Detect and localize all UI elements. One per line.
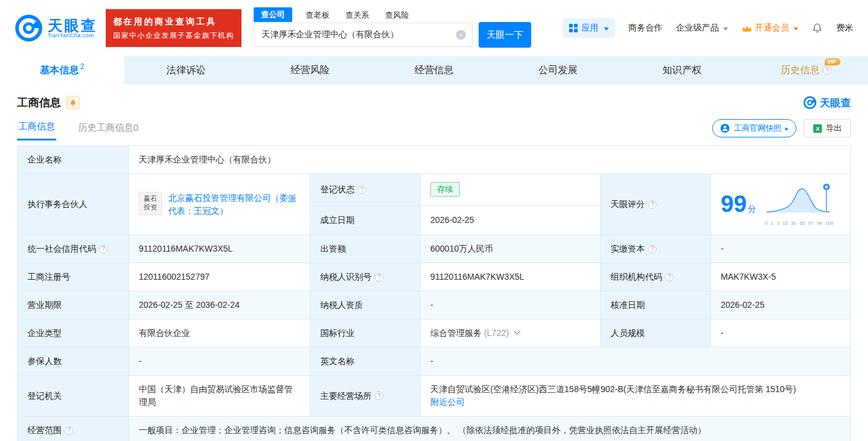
brand-domain: TianYanCha.com — [48, 33, 97, 38]
field-label-business-term: 营业期限 — [18, 291, 129, 319]
company-section-tabs: 基本信息 2 法律诉讼 经营风险 经营信息 公司发展 知识产权 历史信息 ? V… — [0, 56, 868, 84]
field-label-credit-code: 统一社会信用代码? — [18, 235, 129, 263]
field-label-english-name: 英文名称 — [311, 348, 421, 376]
subscribe-bell-icon[interactable] — [66, 96, 79, 109]
help-icon[interactable]: ? — [375, 392, 383, 400]
tab-operational-risk[interactable]: 经营风险 — [248, 56, 372, 84]
field-value-business-site: 天津自贸试验区(空港经济区)西三道158号5幢902-B(天津信至嘉商务秘书有限… — [421, 376, 851, 417]
tab-label: 公司发展 — [539, 64, 578, 77]
tab-business-info[interactable]: 经营信息 — [372, 56, 496, 84]
nav-cooperation[interactable]: 商务合作 — [628, 23, 663, 34]
tab-basic-info[interactable]: 基本信息 2 — [0, 56, 124, 84]
tab-company-development[interactable]: 公司发展 — [496, 56, 620, 84]
promo-banner: 都在用的商业查询工具 国家中小企业发展子基金旗下机构 — [106, 9, 241, 47]
grid-icon — [569, 24, 578, 32]
nearby-companies-link[interactable]: 附近公司 — [430, 397, 465, 407]
export-button[interactable]: X 导出 — [804, 119, 851, 137]
official-snapshot-button[interactable]: 工商官网快照 ▸ — [712, 119, 796, 137]
user-menu[interactable]: 费米 — [836, 23, 853, 34]
score-chart: 0131530659799100 — [765, 181, 833, 227]
search-tab-risk[interactable]: 查风险 — [383, 9, 411, 22]
field-label-business-scope: 经营范围? — [18, 417, 129, 441]
help-icon[interactable]: ? — [665, 273, 674, 282]
tab-label: 经营信息 — [414, 64, 454, 77]
notifications-bell-icon[interactable] — [812, 23, 823, 34]
partner-company-link[interactable]: 北京赢石投资管理有限公司（委派代表：王冠文） — [168, 192, 300, 217]
clear-search-icon[interactable]: × — [456, 30, 466, 40]
field-value-establish-date: 2026-02-25 — [421, 205, 601, 235]
help-icon[interactable]: ? — [99, 245, 108, 253]
subtab-business-info[interactable]: 工商信息 — [17, 116, 56, 140]
page-title: 工商信息 — [17, 95, 61, 110]
person-circle-icon — [720, 123, 730, 133]
field-label-paid-capital: 实缴资本? — [601, 235, 711, 263]
field-label-reg-authority: 登记机关 — [18, 376, 129, 417]
search-tab-company[interactable]: 查公司 — [254, 7, 292, 22]
field-label-reg-status: 登记状态? — [311, 174, 421, 206]
help-icon[interactable]: ? — [648, 245, 657, 253]
tab-history-info[interactable]: 历史信息 ? VIP — [744, 56, 868, 84]
crown-icon — [741, 24, 752, 32]
tab-intellectual-property[interactable]: 知识产权 — [620, 56, 744, 84]
section-header: 工商信息 天眼查 — [0, 84, 868, 114]
help-icon[interactable]: ? — [823, 66, 831, 75]
tianyancha-logo[interactable]: 天眼查 TianYanCha.com — [15, 14, 97, 42]
top-header: 天眼查 TianYanCha.com 都在用的商业查询工具 国家中小企业发展子基… — [0, 0, 868, 56]
table-row: 经营范围? 一般项目：企业管理；企业管理咨询；信息咨询服务（不含许可类信息咨询服… — [18, 417, 851, 441]
field-label-capital: 出资额 — [311, 235, 421, 263]
nav-enterprise-products[interactable]: 企业级产品 — [676, 23, 728, 34]
subtab-history-business-info[interactable]: 历史工商信息0 — [77, 117, 139, 140]
field-value-company-type: 有限合伙企业 — [129, 319, 311, 348]
search-button[interactable]: 天眼一下 — [479, 22, 531, 48]
table-row: 企业名称 天津厚禾企业管理中心（有限合伙） — [18, 146, 851, 174]
promo-line1: 都在用的商业查询工具 — [113, 15, 234, 29]
help-icon[interactable]: ? — [648, 200, 657, 209]
help-icon[interactable]: ? — [375, 273, 383, 282]
chevron-down-icon — [793, 27, 798, 31]
help-icon[interactable]: ? — [358, 185, 366, 194]
table-row: 企业类型 有限合伙企业 国标行业 综合管理服务 (L722) 人员规模 - — [18, 319, 851, 348]
brand-name: 天眼查 — [48, 18, 97, 33]
tab-legal-litigation[interactable]: 法律诉讼 — [124, 56, 248, 84]
field-value-approval-date: 2026-02-25 — [711, 291, 851, 319]
search-box: × — [254, 23, 473, 47]
search-tab-relation[interactable]: 查关系 — [343, 9, 372, 22]
business-site-address: 天津自贸试验区(空港经济区)西三道158号5幢902-B(天津信至嘉商务秘书有限… — [430, 383, 840, 396]
subtabs-row: 工商信息 历史工商信息0 工商官网快照 ▸ X 导出 — [0, 114, 868, 140]
field-label-managing-partner: 执行事务合伙人 — [18, 174, 129, 235]
excel-icon: X — [813, 124, 822, 133]
chevron-down-icon — [723, 27, 728, 31]
apps-menu[interactable]: 应用 — [563, 18, 615, 38]
field-value-industry: 综合管理服务 (L722) — [421, 319, 601, 348]
field-label-tyc-score: 天眼评分? — [601, 174, 711, 235]
table-row: 执行事务合伙人 赢石 投资 北京赢石投资管理有限公司（委派代表：王冠文） 登记状… — [18, 174, 851, 206]
field-label-reg-number: 工商注册号 — [18, 263, 129, 291]
field-label-establish-date: 成立日期 — [311, 205, 421, 235]
field-label-company-name: 企业名称 — [18, 146, 129, 174]
field-label-staff-size: 人员规模 — [601, 319, 711, 348]
tianyancha-logo-icon — [803, 96, 817, 109]
help-icon[interactable]: ? — [65, 426, 73, 435]
field-value-taxpayer-qualification: - — [421, 291, 601, 319]
table-row: 登记机关 中国（天津）自由贸易试验区市场监督管理局 主要经营场所? 天津自贸试验… — [18, 376, 851, 417]
field-label-taxpayer-id: 纳税人识别号? — [311, 263, 421, 291]
field-value-org-code: MAK7KW3X-5 — [711, 263, 851, 291]
search-tab-boss[interactable]: 查老板 — [303, 9, 332, 22]
field-value-insured-count: - — [129, 348, 311, 376]
promo-line2: 国家中小企业发展子基金旗下机构 — [113, 29, 234, 42]
score-curve-icon — [765, 181, 833, 216]
table-row: 工商注册号 120116002152797 纳税人识别号? 91120116MA… — [18, 263, 851, 291]
chevron-down-icon[interactable] — [513, 330, 521, 335]
field-label-insured-count: 参保人数 — [18, 348, 129, 376]
field-value-business-scope: 一般项目：企业管理；企业管理咨询；信息咨询服务（不含许可类信息咨询服务）。 （除… — [129, 417, 851, 441]
watermark-label: 天眼查 — [820, 96, 851, 110]
search-input[interactable] — [262, 30, 452, 40]
field-value-capital: 600010万人民币 — [421, 235, 601, 263]
nav-open-vip[interactable]: 开通会员 — [741, 23, 798, 34]
field-label-org-code: 组织机构代码? — [601, 263, 711, 291]
chevron-down-icon — [604, 27, 609, 31]
field-value-reg-status: 存续 — [421, 174, 601, 206]
tab-label: 法律诉讼 — [166, 64, 205, 77]
field-value-english-name: - — [421, 348, 851, 376]
field-label-business-site: 主要经营场所? — [311, 376, 421, 417]
